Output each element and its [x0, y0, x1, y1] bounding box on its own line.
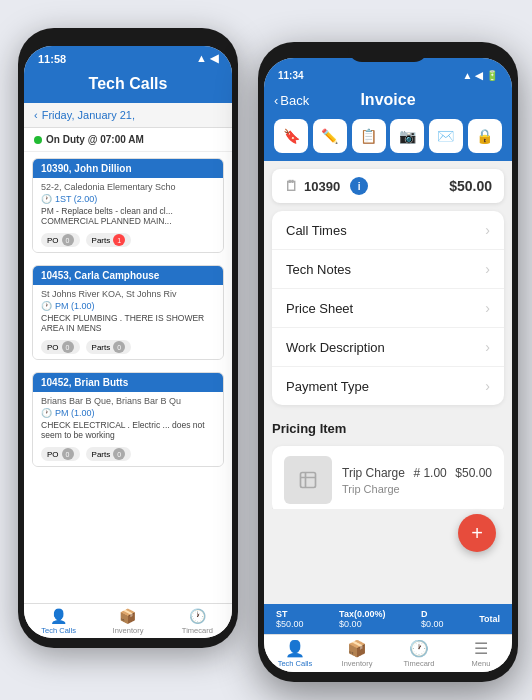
toolbar: 🔖 ✏️ 📋 📷 ✉️ 🔒: [264, 119, 512, 161]
job-3-parts-badge: Parts 0: [86, 447, 132, 461]
pricing-section: Pricing Item Trip Charge # 1.00 $50.00 T…: [272, 413, 504, 509]
clipboard-icon: 📋: [360, 128, 377, 144]
toolbar-stamp-button[interactable]: 🔖: [274, 119, 308, 153]
phone-front: 11:34 ▲ ◀ 🔋 ‹ Back Invoice 🔖 ✏️ 📋 📷: [258, 42, 518, 682]
front-tab-inventory[interactable]: 📦 Inventory: [326, 639, 388, 668]
inventory-icon: 📦: [119, 608, 136, 624]
front-time: 11:34: [278, 70, 304, 81]
job-card-2-header: 10453, Carla Camphouse: [33, 266, 223, 285]
job-card-3[interactable]: 10452, Brian Butts Brians Bar B Que, Bri…: [32, 372, 224, 467]
back-screen: 11:58 ▲ ◀ Tech Calls ‹ Friday, January 2…: [24, 46, 232, 638]
d-value: $0.00: [421, 619, 444, 629]
front-menu-icon: ☰: [474, 639, 488, 658]
toolbar-camera-button[interactable]: 📷: [390, 119, 424, 153]
work-description-chevron: ›: [485, 339, 490, 355]
info-icon[interactable]: i: [350, 177, 368, 195]
back-nav[interactable]: ‹ Friday, January 21,: [24, 103, 232, 128]
bottom-st: ST $50.00: [276, 609, 304, 629]
front-tab-timecard[interactable]: 🕐 Timecard: [388, 639, 450, 668]
job-1-desc: PM - Replace belts - clean and cl... COM…: [41, 206, 215, 226]
call-times-label: Call Times: [286, 223, 347, 238]
job-card-3-body: Brians Bar B Que, Brians Bar B Qu 🕐 PM (…: [33, 392, 223, 444]
job-card-1-header: 10390, John Dillion: [33, 159, 223, 178]
duty-text: On Duty @ 07:00 AM: [46, 134, 144, 145]
toolbar-edit-button[interactable]: ✏️: [313, 119, 347, 153]
back-time: 11:58: [38, 53, 66, 65]
payment-type-label: Payment Type: [286, 379, 369, 394]
st-value: $50.00: [276, 619, 304, 629]
bottom-d: D $0.00: [421, 609, 444, 629]
front-tab-menu[interactable]: ☰ Menu: [450, 639, 512, 668]
job-1-footer: PO 0 Parts 1: [33, 230, 223, 252]
job-2-footer: PO 0 Parts 0: [33, 337, 223, 359]
front-notch: [348, 42, 428, 62]
st-label: ST: [276, 609, 304, 619]
invoice-title: Invoice: [360, 91, 415, 109]
back-header: Tech Calls: [24, 69, 232, 103]
front-timecard-icon: 🕐: [409, 639, 429, 658]
front-screen: 11:34 ▲ ◀ 🔋 ‹ Back Invoice 🔖 ✏️ 📋 📷: [264, 58, 512, 672]
toolbar-lock-button[interactable]: 🔒: [468, 119, 502, 153]
tech-notes-label: Tech Notes: [286, 262, 351, 277]
call-times-chevron: ›: [485, 222, 490, 238]
pricing-card[interactable]: Trip Charge # 1.00 $50.00 Trip Charge: [272, 446, 504, 509]
back-tab-label-3: Timecard: [182, 626, 213, 635]
toolbar-email-button[interactable]: ✉️: [429, 119, 463, 153]
pricing-item-name: Trip Charge: [342, 466, 405, 480]
work-description-label: Work Description: [286, 340, 385, 355]
back-tab-inventory[interactable]: 📦 Inventory: [93, 608, 162, 635]
edit-icon: ✏️: [321, 128, 338, 144]
job-card-1[interactable]: 10390, John Dillion 52-2, Caledonia Elem…: [32, 158, 224, 253]
pricing-item-qty: # 1.00: [413, 466, 446, 480]
menu-item-work-description[interactable]: Work Description ›: [272, 328, 504, 367]
total-label: Total: [479, 614, 500, 624]
invoice-id-bar: 🗒 10390 i $50.00: [272, 169, 504, 203]
pricing-top-row: Trip Charge # 1.00 $50.00: [342, 466, 492, 480]
menu-item-call-times[interactable]: Call Times ›: [272, 211, 504, 250]
receipt-icon: 🗒: [284, 178, 298, 194]
front-tech-calls-icon: 👤: [285, 639, 305, 658]
front-header: ‹ Back Invoice: [264, 85, 512, 119]
bottom-bar: ST $50.00 Tax(0.00%) $0.00 D $0.00 Total: [264, 604, 512, 634]
back-button[interactable]: ‹ Back: [274, 93, 309, 108]
front-tab-label-2: Inventory: [342, 659, 373, 668]
menu-item-payment-type[interactable]: Payment Type ›: [272, 367, 504, 405]
toolbar-clipboard-button[interactable]: 📋: [352, 119, 386, 153]
back-status-bar: 11:58 ▲ ◀: [24, 46, 232, 69]
front-tab-label-3: Timecard: [404, 659, 435, 668]
svg-rect-0: [301, 473, 316, 488]
payment-type-chevron: ›: [485, 378, 490, 394]
job-3-time: 🕐 PM (1.00): [41, 408, 215, 418]
front-inventory-icon: 📦: [347, 639, 367, 658]
back-tab-tech-calls[interactable]: 👤 Tech Calls: [24, 608, 93, 635]
back-tab-bar: 👤 Tech Calls 📦 Inventory 🕐 Timecard: [24, 603, 232, 638]
front-tab-bar: 👤 Tech Calls 📦 Inventory 🕐 Timecard ☰ Me…: [264, 634, 512, 672]
menu-item-price-sheet[interactable]: Price Sheet ›: [272, 289, 504, 328]
tax-value: $0.00: [339, 619, 385, 629]
job-card-3-header: 10452, Brian Butts: [33, 373, 223, 392]
back-tab-timecard[interactable]: 🕐 Timecard: [163, 608, 232, 635]
pricing-item-amount: $50.00: [455, 466, 492, 480]
job-2-desc: CHECK PLUMBING . THERE IS SHOWER AREA IN…: [41, 313, 215, 333]
menu-item-tech-notes[interactable]: Tech Notes ›: [272, 250, 504, 289]
job-card-1-body: 52-2, Caledonia Elementary Scho 🕐 1ST (2…: [33, 178, 223, 230]
invoice-number: 10390: [304, 179, 340, 194]
back-title: Tech Calls: [89, 75, 168, 92]
bottom-total: Total: [479, 614, 500, 624]
job-1-time: 🕐 1ST (2.00): [41, 194, 215, 204]
pricing-section-title: Pricing Item: [272, 413, 504, 440]
pricing-sub-label: Trip Charge: [342, 483, 492, 495]
invoice-amount: $50.00: [449, 178, 492, 194]
job-card-2[interactable]: 10453, Carla Camphouse St Johns River KO…: [32, 265, 224, 360]
back-signal: ▲ ◀: [196, 52, 218, 65]
invoice-menu-list: Call Times › Tech Notes › Price Sheet › …: [272, 211, 504, 405]
pricing-thumbnail: [284, 456, 332, 504]
pricing-details: Trip Charge # 1.00 $50.00 Trip Charge: [342, 466, 492, 495]
front-tab-label-4: Menu: [472, 659, 491, 668]
job-2-po-badge: PO 0: [41, 340, 80, 354]
add-button[interactable]: +: [458, 514, 496, 552]
front-tab-tech-calls[interactable]: 👤 Tech Calls: [264, 639, 326, 668]
camera-icon: 📷: [399, 128, 416, 144]
email-icon: ✉️: [437, 128, 454, 144]
stamp-icon: 🔖: [283, 128, 300, 144]
